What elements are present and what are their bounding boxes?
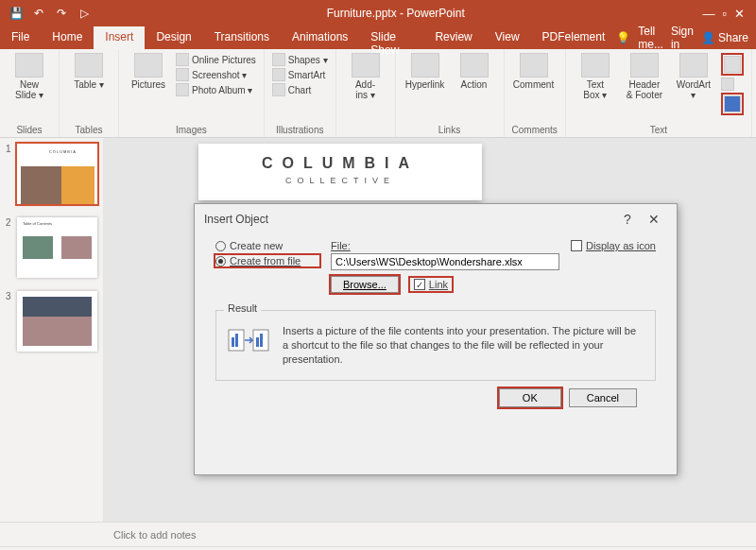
title-bar: 💾 ↶ ↷ ▷ Furniture.pptx - PowerPoint — ▫ … bbox=[0, 0, 756, 26]
svg-rect-1 bbox=[232, 337, 234, 347]
window-title: Furniture.pptx - PowerPoint bbox=[100, 7, 691, 20]
slide-title[interactable]: COLUMBIA bbox=[198, 155, 482, 172]
photo-album-button[interactable]: Photo Album ▾ bbox=[176, 83, 256, 96]
close-button[interactable]: ✕ bbox=[734, 7, 745, 21]
cancel-button[interactable]: Cancel bbox=[569, 388, 637, 407]
minimize-button[interactable]: — bbox=[702, 7, 714, 21]
tab-review[interactable]: Review bbox=[423, 26, 483, 49]
dialog-title: Insert Object bbox=[204, 213, 614, 226]
table-button[interactable]: Table ▾ bbox=[67, 53, 111, 90]
group-addins: Add- ins ▾ bbox=[336, 49, 396, 137]
slide-thumbnails-panel: 1COLUMBIA 2Table of Contents 3 bbox=[0, 138, 104, 522]
screenshot-button[interactable]: Screenshot ▾ bbox=[176, 68, 256, 81]
action-button[interactable]: Action bbox=[453, 53, 496, 90]
addins-button[interactable]: Add- ins ▾ bbox=[344, 53, 387, 100]
tab-pdfelement[interactable]: PDFelement bbox=[531, 26, 617, 49]
radio-create-new[interactable]: Create new bbox=[215, 240, 319, 251]
group-images: Pictures Online Pictures Screenshot ▾ Ph… bbox=[119, 49, 265, 137]
tab-design[interactable]: Design bbox=[145, 26, 202, 49]
redo-icon[interactable]: ↷ bbox=[53, 5, 70, 22]
tell-me-button[interactable]: Tell me... bbox=[638, 25, 663, 51]
dialog-close-button[interactable]: ✕ bbox=[641, 212, 667, 227]
group-comments: Comment Comments bbox=[505, 49, 566, 137]
dialog-help-button[interactable]: ? bbox=[614, 212, 641, 227]
group-tables: Table ▾ Tables bbox=[60, 49, 119, 137]
svg-rect-4 bbox=[256, 337, 259, 347]
tab-animations[interactable]: Animations bbox=[281, 26, 359, 49]
svg-rect-5 bbox=[260, 334, 263, 347]
object-button[interactable] bbox=[721, 93, 744, 115]
thumbnail-1[interactable]: COLUMBIA bbox=[17, 144, 97, 204]
slide-subtitle[interactable]: COLLECTIVE bbox=[198, 176, 482, 185]
undo-icon[interactable]: ↶ bbox=[30, 5, 47, 22]
slide-preview: COLUMBIA COLLECTIVE bbox=[198, 144, 482, 200]
save-icon[interactable]: 💾 bbox=[8, 5, 25, 22]
smartart-button[interactable]: SmartArt bbox=[272, 68, 328, 81]
tab-insert[interactable]: Insert bbox=[94, 26, 145, 49]
result-icon bbox=[228, 324, 269, 356]
date-time-button[interactable] bbox=[721, 53, 744, 76]
menu-bar: File Home Insert Design Transitions Anim… bbox=[0, 26, 756, 49]
group-slides: New Slide ▾ Slides bbox=[0, 49, 60, 137]
sign-in-button[interactable]: Sign in bbox=[671, 25, 694, 51]
tab-home[interactable]: Home bbox=[41, 26, 94, 49]
tab-transitions[interactable]: Transitions bbox=[203, 26, 281, 49]
lightbulb-icon: 💡 bbox=[616, 31, 630, 44]
tab-slideshow[interactable]: Slide Show bbox=[359, 26, 423, 49]
group-text: Text Box ▾ Header & Footer WordArt ▾ Tex… bbox=[566, 49, 752, 137]
hyperlink-button[interactable]: Hyperlink bbox=[404, 53, 447, 90]
result-text: Inserts a picture of the file contents i… bbox=[283, 324, 644, 367]
file-label: File: bbox=[331, 240, 559, 251]
tab-file[interactable]: File bbox=[0, 26, 41, 49]
shapes-button[interactable]: Shapes ▾ bbox=[272, 53, 328, 66]
header-footer-button[interactable]: Header & Footer bbox=[623, 53, 666, 100]
file-path-input[interactable] bbox=[331, 253, 559, 270]
display-as-icon-checkbox[interactable]: Display as icon bbox=[571, 240, 656, 251]
slide-number-button[interactable] bbox=[721, 77, 744, 91]
thumbnail-3[interactable] bbox=[17, 291, 97, 352]
restore-button[interactable]: ▫ bbox=[722, 7, 727, 21]
share-button[interactable]: 👤Share bbox=[701, 31, 748, 44]
ok-button[interactable]: OK bbox=[499, 388, 561, 407]
result-panel: Result Inserts a picture of the file con… bbox=[215, 310, 656, 381]
svg-rect-2 bbox=[235, 334, 238, 347]
textbox-button[interactable]: Text Box ▾ bbox=[574, 53, 617, 100]
group-symbols: ΩSymbols ▾ bbox=[752, 49, 756, 137]
new-slide-button[interactable]: New Slide ▾ bbox=[8, 53, 51, 100]
link-checkbox[interactable]: ✓Link bbox=[410, 278, 452, 291]
wordart-button[interactable]: WordArt ▾ bbox=[672, 53, 715, 100]
group-illustrations: Shapes ▾ SmartArt Chart Illustrations bbox=[265, 49, 336, 137]
ribbon: New Slide ▾ Slides Table ▾ Tables Pictur… bbox=[0, 49, 756, 138]
group-links: Hyperlink Action Links bbox=[396, 49, 505, 137]
radio-create-from-file[interactable]: Create from file bbox=[215, 255, 319, 266]
insert-object-dialog: Insert Object ? ✕ Create new Create from… bbox=[194, 203, 678, 475]
tab-view[interactable]: View bbox=[484, 26, 531, 49]
start-slideshow-icon[interactable]: ▷ bbox=[76, 5, 93, 22]
chart-button[interactable]: Chart bbox=[272, 83, 328, 96]
comment-button[interactable]: Comment bbox=[512, 53, 556, 90]
thumbnail-2[interactable]: Table of Contents bbox=[17, 217, 97, 278]
online-pictures-button[interactable]: Online Pictures bbox=[176, 53, 256, 66]
quick-access-toolbar: 💾 ↶ ↷ ▷ bbox=[0, 5, 100, 22]
status-bar: Slide 1 of 3 📖 English (United States) ≣… bbox=[0, 546, 756, 550]
notes-pane[interactable]: Click to add notes bbox=[0, 522, 756, 546]
pictures-button[interactable]: Pictures bbox=[127, 53, 170, 90]
browse-button[interactable]: Browse... bbox=[331, 276, 399, 293]
